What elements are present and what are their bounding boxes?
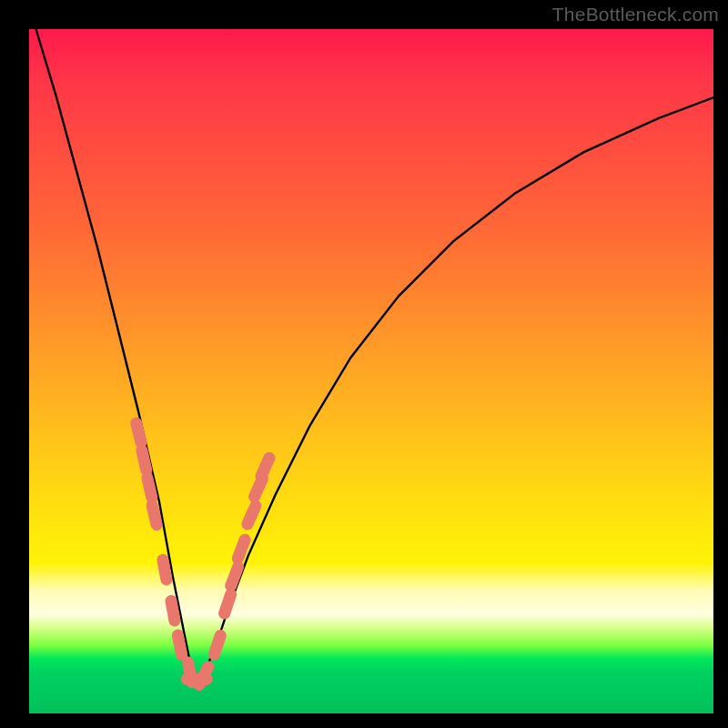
curve-marker	[248, 506, 256, 524]
watermark-text: TheBottleneck.com	[552, 4, 719, 25]
curve-marker	[152, 505, 157, 524]
curve-marker	[171, 601, 175, 621]
curve-marker	[199, 667, 208, 685]
curve-marker	[214, 635, 220, 654]
chart-plot-area	[29, 29, 713, 713]
curve-marker	[231, 567, 238, 586]
curve-marker	[142, 450, 147, 470]
curve-marker	[238, 540, 245, 559]
curve-marker	[163, 560, 167, 580]
curve-marker	[136, 423, 141, 442]
curve-marker	[177, 635, 181, 655]
curve-marker	[225, 594, 231, 613]
curve-marker	[147, 478, 152, 498]
chart-svg	[29, 29, 713, 713]
bottleneck-curve	[36, 29, 714, 679]
curve-marker	[261, 458, 269, 476]
chart-frame: TheBottleneck.com	[0, 0, 728, 728]
